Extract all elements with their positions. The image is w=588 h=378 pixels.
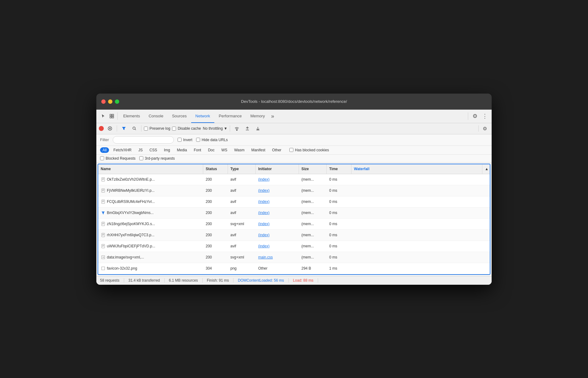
wifi-icon[interactable] [233, 124, 241, 133]
th-status[interactable]: Status [203, 164, 228, 174]
window-title: DevTools - localhost:8080/docs/devtools/… [241, 99, 347, 104]
td-initiator: Other [256, 266, 299, 271]
more-tabs-button[interactable]: » [269, 109, 276, 123]
th-name[interactable]: Name [98, 164, 203, 174]
filter-input-wrapper [113, 136, 174, 144]
td-type: avif [228, 188, 256, 193]
th-waterfall[interactable]: Waterfall [351, 164, 482, 174]
td-name: BmGbqXVYxIY2kwgbNms... [98, 210, 203, 215]
close-button[interactable] [101, 99, 106, 104]
svg-rect-11 [102, 233, 105, 237]
filter-all[interactable]: All [100, 147, 109, 153]
filter-wasm[interactable]: Wasm [232, 147, 247, 153]
table-row[interactable]: FjVMRBNwMyllkUElRzYI.p... 200 avif (inde… [98, 185, 490, 196]
th-size[interactable]: Size [299, 164, 327, 174]
td-size: (mem... [299, 188, 327, 193]
td-status: 200 [203, 233, 228, 237]
network-toolbar: Preserve log Disable cache No throttling… [96, 123, 492, 134]
filter-input[interactable] [116, 138, 171, 142]
filter-row-icon [101, 210, 106, 215]
td-initiator[interactable]: (index) [256, 222, 299, 226]
inspect-icon[interactable] [107, 112, 116, 120]
td-initiator[interactable]: (index) [256, 200, 299, 204]
traffic-lights [101, 99, 119, 104]
invert-checkbox[interactable]: Invert [178, 138, 192, 142]
search-icon[interactable] [130, 124, 139, 133]
more-options-icon[interactable]: ⋮ [481, 112, 489, 120]
filter-row2: Blocked Requests 3rd-party requests [96, 155, 492, 162]
td-status: 200 [203, 222, 228, 226]
svg-point-5 [133, 127, 135, 129]
td-initiator[interactable]: (index) [256, 188, 299, 193]
filter-font[interactable]: Font [191, 147, 204, 153]
throttle-select[interactable]: No throttling ▼ [203, 126, 228, 131]
filter-img[interactable]: Img [162, 147, 173, 153]
hide-data-urls-checkbox[interactable]: Hide data URLs [196, 138, 228, 142]
svg-rect-12 [102, 244, 105, 248]
td-status: 200 [203, 255, 228, 259]
tab-memory[interactable]: Memory [246, 109, 269, 123]
table-row[interactable]: rhXHHi7yxFm6IqiwQ7C3.p... 200 avif (inde… [98, 230, 490, 241]
tab-network[interactable]: Network [191, 109, 215, 123]
td-time: 1 ms [327, 266, 351, 271]
td-name: rhXHHi7yxFm6IqiwQ7C3.p... [98, 233, 203, 237]
blocked-requests-checkbox[interactable]: Blocked Requests [100, 156, 136, 161]
tab-elements[interactable]: Elements [119, 109, 144, 123]
td-time: 0 ms [327, 200, 351, 204]
td-status: 304 [203, 266, 228, 271]
preserve-log-checkbox[interactable]: Preserve log [144, 126, 170, 131]
table-row[interactable]: uWWJfuFbpiClEFjPTdVD.p... 200 avif (inde… [98, 241, 490, 252]
settings-icon[interactable]: ⚙ [471, 112, 479, 120]
record-button[interactable] [99, 126, 104, 131]
tab-performance[interactable]: Performance [214, 109, 246, 123]
td-initiator[interactable]: (index) [256, 177, 299, 182]
third-party-checkbox[interactable]: 3rd-party requests [139, 156, 175, 161]
filter-css[interactable]: CSS [147, 147, 160, 153]
th-time[interactable]: Time [327, 164, 351, 174]
toolbar2-separator1 [117, 125, 117, 132]
td-size: (mem... [299, 244, 327, 248]
toolbar2-gear-icon[interactable]: ⚙ [481, 124, 489, 133]
table-row[interactable]: zN18ngzl6ejSpoKMYKJG.s... 200 svg+xml (i… [98, 219, 490, 230]
tab-sources[interactable]: Sources [168, 109, 191, 123]
td-size: (mem... [299, 177, 327, 182]
maximize-button[interactable] [115, 99, 119, 104]
upload-icon[interactable] [243, 124, 252, 133]
svg-rect-7 [102, 178, 105, 181]
svg-rect-0 [110, 114, 111, 116]
filter-row: Filter Invert Hide data URLs [96, 134, 492, 146]
filter-types-row: All Fetch/XHR JS CSS Img Media Font Doc … [96, 146, 492, 155]
td-initiator[interactable]: (index) [256, 244, 299, 248]
td-status: 200 [203, 211, 228, 215]
disable-cache-checkbox[interactable]: Disable cache [172, 126, 201, 131]
filter-js[interactable]: JS [136, 147, 145, 153]
th-initiator[interactable]: Initiator [256, 164, 299, 174]
td-time: 0 ms [327, 211, 351, 215]
table-row[interactable]: data:image/svg+xml,... 200 svg+xml main.… [98, 252, 490, 263]
filter-doc[interactable]: Doc [205, 147, 217, 153]
table-row[interactable]: BmGbqXVYxIY2kwgbNms... 200 avif (index) … [98, 208, 490, 219]
th-sort-arrow[interactable]: ▲ [482, 164, 490, 174]
table-row[interactable]: FCQLdbRS9UMc4eFHzYvI... 200 avif (index)… [98, 196, 490, 208]
minimize-button[interactable] [108, 99, 112, 104]
filter-icon[interactable] [120, 124, 128, 133]
td-name: OkTz8xZwi0zVh2GWltnE.p... [98, 177, 203, 182]
filter-ws[interactable]: WS [219, 147, 230, 153]
filter-fetch-xhr[interactable]: Fetch/XHR [111, 147, 134, 153]
filter-media[interactable]: Media [174, 147, 190, 153]
table-row[interactable]: favicon-32x32.png 304 png Other 294 B 1 … [98, 263, 490, 274]
td-size: (mem... [299, 233, 327, 237]
has-blocked-cookies-checkbox[interactable]: Has blocked cookies [289, 148, 329, 152]
cursor-icon[interactable] [99, 112, 107, 120]
filter-manifest[interactable]: Manifest [249, 147, 268, 153]
tab-console[interactable]: Console [144, 109, 168, 123]
td-initiator[interactable]: main.css [256, 255, 299, 259]
load-time: Load: 88 ms [289, 278, 318, 283]
clear-icon[interactable] [106, 124, 114, 133]
download-icon[interactable] [254, 124, 262, 133]
td-initiator[interactable]: (index) [256, 211, 299, 215]
th-type[interactable]: Type [228, 164, 256, 174]
filter-other[interactable]: Other [270, 147, 284, 153]
table-row[interactable]: OkTz8xZwi0zVh2GWltnE.p... 200 avif (inde… [98, 174, 490, 185]
td-initiator[interactable]: (index) [256, 233, 299, 237]
